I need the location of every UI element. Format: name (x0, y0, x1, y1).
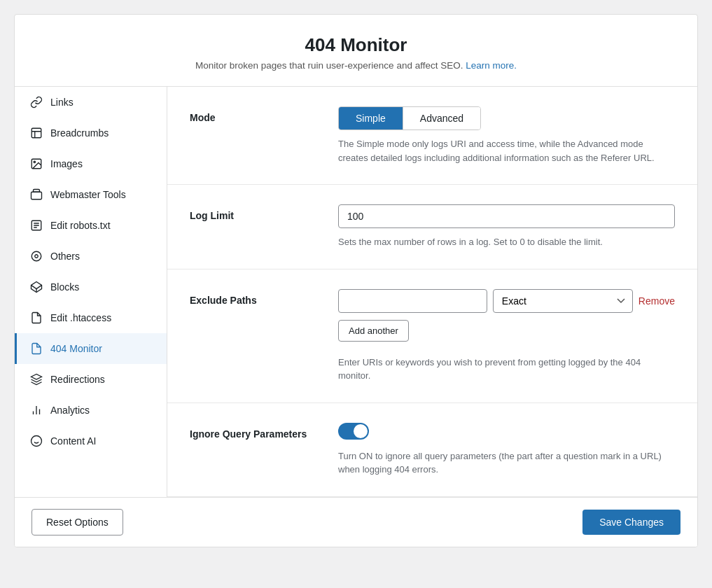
blocks-icon (29, 280, 43, 294)
toggle-thumb (354, 424, 368, 438)
footer-bar: Reset Options Save Changes (15, 497, 697, 547)
mode-label: Mode (190, 106, 316, 123)
ignore-query-section: Ignore Query Parameters Turn ON to ignor… (167, 403, 697, 497)
log-limit-label: Log Limit (190, 204, 316, 221)
ignore-query-control: Turn ON to ignore all query parameters (… (338, 423, 675, 477)
robots-icon (29, 218, 43, 232)
mode-help-text: The Simple mode only logs URI and access… (338, 137, 675, 164)
svg-point-5 (32, 251, 41, 261)
sidebar-item-label: Images (50, 158, 83, 169)
advanced-mode-button[interactable]: Advanced (403, 107, 480, 130)
save-changes-button[interactable]: Save Changes (582, 510, 680, 535)
svg-marker-9 (32, 374, 42, 380)
exclude-path-row: Exact Contains Starts With Ends With Reg… (338, 289, 675, 313)
svg-point-2 (34, 161, 35, 162)
sidebar-item-label: Blocks (50, 281, 79, 293)
sidebar-item-images[interactable]: Images (15, 148, 167, 179)
simple-mode-button[interactable]: Simple (339, 107, 403, 130)
sidebar-item-edit-htaccess[interactable]: Edit .htaccess (15, 302, 167, 333)
sidebar-item-webmaster-tools[interactable]: Webmaster Tools (15, 179, 167, 210)
exclude-paths-label: Exclude Paths (190, 289, 316, 306)
sidebar-item-label: Breadcrumbs (50, 127, 109, 139)
svg-rect-3 (32, 192, 42, 200)
exclude-paths-help-text: Enter URIs or keywords you wish to preve… (338, 356, 675, 383)
sidebar-item-redirections[interactable]: Redirections (15, 364, 167, 395)
monitor-icon (29, 342, 43, 356)
sidebar: Links Breadcrumbs (15, 87, 167, 497)
ignore-query-toggle[interactable] (338, 423, 369, 440)
sidebar-item-edit-robots[interactable]: Edit robots.txt (15, 210, 167, 241)
sidebar-item-label: Others (50, 251, 80, 262)
sidebar-item-label: Redirections (50, 374, 105, 385)
svg-point-6 (35, 255, 39, 258)
remove-path-link[interactable]: Remove (638, 295, 675, 307)
ignore-query-label: Ignore Query Parameters (190, 423, 316, 440)
exclude-match-select[interactable]: Exact Contains Starts With Ends With Reg… (493, 289, 633, 313)
sidebar-item-label: Edit .htaccess (50, 312, 111, 323)
sidebar-item-label: Links (50, 97, 74, 108)
sidebar-item-links[interactable]: Links (15, 87, 167, 118)
sidebar-item-label: 404 Monitor (50, 343, 102, 354)
sidebar-item-others[interactable]: Others (15, 241, 167, 272)
log-limit-control: Sets the max number of rows in a log. Se… (338, 204, 675, 249)
log-limit-help-text: Sets the max number of rows in a log. Se… (338, 235, 675, 249)
sidebar-item-404-monitor[interactable]: 404 Monitor (15, 333, 167, 364)
exclude-paths-section: Exclude Paths Exact Contains Starts With… (167, 270, 697, 403)
page-title: 404 Monitor (29, 34, 683, 56)
mode-toggle: Simple Advanced (338, 106, 481, 130)
page-header: 404 Monitor Monitor broken pages that ru… (15, 15, 697, 87)
page-description: Monitor broken pages that ruin user-expe… (29, 60, 683, 71)
svg-point-13 (32, 436, 42, 447)
sidebar-item-label: Webmaster Tools (50, 189, 126, 200)
analytics-icon (29, 403, 43, 417)
links-icon (29, 95, 43, 109)
ignore-query-help-text: Turn ON to ignore all query parameters (… (338, 449, 675, 477)
learn-more-link[interactable]: Learn more. (466, 60, 517, 71)
log-limit-input[interactable] (338, 204, 675, 228)
exclude-path-input[interactable] (338, 289, 487, 313)
sidebar-item-breadcrumbs[interactable]: Breadcrumbs (15, 118, 167, 148)
add-another-button[interactable]: Add another (338, 320, 409, 342)
log-limit-section: Log Limit Sets the max number of rows in… (167, 185, 697, 270)
mode-section: Mode Simple Advanced The Simple mode onl… (167, 87, 697, 185)
htaccess-icon (29, 311, 43, 325)
images-icon (29, 157, 43, 171)
reset-options-button[interactable]: Reset Options (32, 509, 123, 536)
toggle-track (338, 423, 369, 440)
mode-control: Simple Advanced The Simple mode only log… (338, 106, 675, 164)
sidebar-item-content-ai[interactable]: Content AI (15, 426, 167, 456)
breadcrumbs-icon (29, 126, 43, 140)
sidebar-item-label: Content AI (50, 435, 96, 447)
sidebar-item-blocks[interactable]: Blocks (15, 272, 167, 302)
main-content: Mode Simple Advanced The Simple mode onl… (167, 87, 697, 497)
svg-rect-0 (32, 128, 41, 138)
webmaster-icon (29, 188, 43, 202)
sidebar-item-analytics[interactable]: Analytics (15, 395, 167, 426)
redirections-icon (29, 372, 43, 386)
sidebar-item-label: Edit robots.txt (50, 220, 111, 231)
sidebar-item-label: Analytics (50, 405, 90, 416)
content-ai-icon (29, 434, 43, 448)
others-icon (29, 249, 43, 263)
exclude-paths-control: Exact Contains Starts With Ends With Reg… (338, 289, 675, 383)
